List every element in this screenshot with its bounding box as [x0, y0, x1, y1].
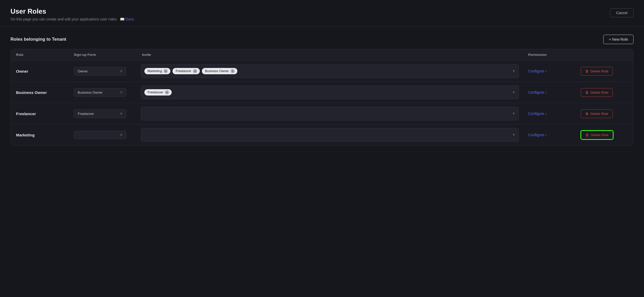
- configure-label: Configure: [528, 90, 544, 94]
- remove-tag-button[interactable]: ✕: [231, 69, 235, 73]
- col-actions: [575, 49, 633, 60]
- chevron-down-icon: ▼: [512, 133, 515, 137]
- delete-cell: 🗑 Delete Role: [575, 63, 633, 80]
- chevron-down-icon: ▼: [512, 91, 515, 94]
- col-signup: Sign-up Form: [69, 49, 137, 60]
- invite-tag: Marketing ✕: [144, 68, 170, 74]
- invite-container[interactable]: ▼: [141, 107, 519, 120]
- role-name-cell: Freelancer: [11, 107, 69, 120]
- table-header: Role Sign-up Form Invite Permission: [11, 49, 633, 61]
- roles-table: Role Sign-up Form Invite Permission Owne…: [11, 49, 633, 146]
- invite-cell: ▼: [137, 103, 523, 124]
- col-invite: Invite: [137, 49, 523, 60]
- role-name: Marketing: [16, 133, 35, 137]
- chevron-down-icon: ⬍: [120, 133, 122, 137]
- tag-label: Freelancer: [176, 69, 191, 73]
- configure-button[interactable]: Configure ›: [528, 69, 546, 73]
- invite-cell: Freelancer ✕ ▼: [137, 82, 523, 103]
- page-header-left: User Roles On this page you can create a…: [11, 7, 134, 21]
- chevron-down-icon: ⬍: [120, 70, 122, 73]
- remove-tag-button[interactable]: ✕: [164, 69, 168, 73]
- configure-label: Configure: [528, 112, 544, 116]
- delete-label: Delete Role: [590, 112, 608, 116]
- delete-label: Delete Role: [591, 133, 609, 137]
- page-header: User Roles On this page you can create a…: [0, 0, 644, 27]
- configure-button[interactable]: Configure ›: [528, 90, 546, 94]
- chevron-right-icon: ›: [545, 112, 547, 116]
- chevron-down-icon: ▼: [512, 112, 515, 115]
- chevron-down-icon: ⬍: [120, 112, 122, 115]
- table-row: Owner Owner ⬍ Marketing ✕ Freelancer ✕: [11, 61, 633, 82]
- signup-form-cell[interactable]: Freelancer ⬍: [69, 105, 137, 122]
- delete-cell: 🗑 Delete Role: [575, 126, 633, 144]
- configure-cell: Configure ›: [523, 65, 575, 77]
- trash-icon: 🗑: [585, 112, 589, 116]
- tag-label: Freelancer: [148, 91, 163, 94]
- delete-cell: 🗑 Delete Role: [575, 105, 633, 122]
- signup-form-select[interactable]: Business Owner ⬍: [74, 88, 126, 97]
- chevron-right-icon: ›: [545, 69, 547, 73]
- signup-form-select[interactable]: ⬍: [74, 131, 126, 139]
- book-icon: 📖: [120, 17, 124, 21]
- table-row: Marketing ⬍ ▼ Configure ›: [11, 124, 633, 145]
- delete-role-button[interactable]: 🗑 Delete Role: [581, 88, 613, 97]
- chevron-down-icon: ▼: [512, 69, 515, 73]
- subtitle-text: On this page you can create and edit you…: [11, 17, 117, 21]
- configure-label: Configure: [528, 133, 544, 137]
- signup-form-cell[interactable]: ⬍: [69, 127, 137, 143]
- signup-form-value: Business Owner: [78, 91, 103, 94]
- role-name-cell: Marketing: [11, 129, 69, 141]
- role-name-cell: Owner: [11, 65, 69, 78]
- section-title: Roles belonging to Tenant: [11, 37, 66, 42]
- role-name: Owner: [16, 69, 28, 73]
- invite-tag: Business Owner ✕: [202, 68, 237, 74]
- docs-link[interactable]: Docs: [125, 17, 134, 21]
- signup-form-value: Owner: [78, 69, 88, 73]
- cancel-button[interactable]: Cancel: [610, 8, 633, 17]
- remove-tag-button[interactable]: ✕: [165, 90, 169, 94]
- delete-role-button[interactable]: 🗑 Delete Role: [581, 67, 613, 76]
- signup-form-cell[interactable]: Business Owner ⬍: [69, 84, 137, 101]
- configure-cell: Configure ›: [523, 86, 575, 99]
- configure-button[interactable]: Configure ›: [528, 133, 546, 137]
- signup-form-select[interactable]: Owner ⬍: [74, 67, 126, 76]
- invite-container[interactable]: Marketing ✕ Freelancer ✕ Business Owner …: [141, 64, 519, 78]
- trash-icon: 🗑: [585, 91, 589, 94]
- signup-form-value: Freelancer: [78, 112, 94, 116]
- section-header: Roles belonging to Tenant + New Role: [11, 35, 633, 44]
- role-name: Business Owner: [16, 90, 47, 95]
- signup-form-select[interactable]: Freelancer ⬍: [74, 109, 126, 118]
- trash-icon: 🗑: [585, 69, 589, 73]
- configure-label: Configure: [528, 69, 544, 73]
- trash-icon: 🗑: [585, 133, 589, 137]
- main-section: Roles belonging to Tenant + New Role Rol…: [0, 27, 644, 153]
- chevron-right-icon: ›: [545, 90, 547, 94]
- invite-tag: Freelancer ✕: [144, 89, 172, 96]
- delete-cell: 🗑 Delete Role: [575, 84, 633, 101]
- invite-tag: Freelancer ✕: [172, 68, 200, 74]
- delete-role-button[interactable]: 🗑 Delete Role: [581, 109, 613, 118]
- configure-cell: Configure ›: [523, 129, 575, 141]
- new-role-button[interactable]: + New Role: [603, 35, 633, 44]
- invite-container[interactable]: Freelancer ✕ ▼: [141, 86, 519, 99]
- configure-cell: Configure ›: [523, 107, 575, 120]
- tag-label: Marketing: [148, 69, 162, 73]
- page-subtitle: On this page you can create and edit you…: [11, 17, 134, 21]
- tag-label: Business Owner: [205, 69, 229, 73]
- table-row: Business Owner Business Owner ⬍ Freelanc…: [11, 82, 633, 103]
- role-name: Freelancer: [16, 112, 36, 116]
- delete-role-button-highlighted[interactable]: 🗑 Delete Role: [581, 130, 613, 140]
- col-permission: Permission: [523, 49, 575, 60]
- remove-tag-button[interactable]: ✕: [193, 69, 197, 73]
- delete-label: Delete Role: [590, 91, 608, 94]
- chevron-right-icon: ›: [545, 133, 547, 137]
- configure-button[interactable]: Configure ›: [528, 112, 546, 116]
- invite-container[interactable]: ▼: [141, 128, 519, 142]
- delete-label: Delete Role: [590, 69, 608, 73]
- chevron-down-icon: ⬍: [120, 91, 122, 94]
- signup-form-cell[interactable]: Owner ⬍: [69, 63, 137, 80]
- role-name-cell: Business Owner: [11, 86, 69, 99]
- col-role: Role: [11, 49, 69, 60]
- invite-cell: Marketing ✕ Freelancer ✕ Business Owner …: [137, 61, 523, 82]
- invite-cell: ▼: [137, 124, 523, 145]
